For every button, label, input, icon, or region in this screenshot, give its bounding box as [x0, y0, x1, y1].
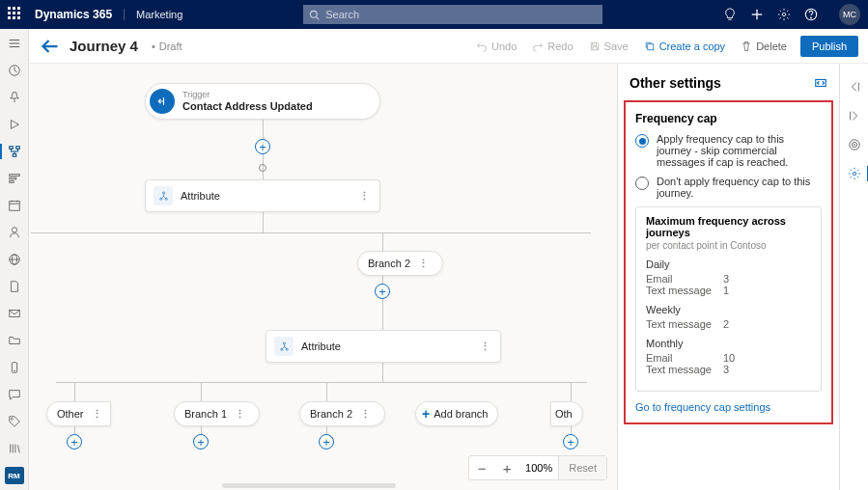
zoom-control: − + 100% Reset — [468, 455, 607, 480]
nav-calendar-icon[interactable] — [6, 197, 23, 214]
gear-icon[interactable] — [777, 8, 791, 21]
freq-row: Email3 — [646, 273, 811, 285]
attribute-node[interactable]: Attribute ⋮ — [266, 330, 501, 363]
branch-icon — [274, 337, 294, 356]
product-name: Dynamics 365 — [35, 8, 112, 21]
expand-panel-icon[interactable] — [814, 76, 827, 90]
search-input[interactable] — [325, 9, 597, 20]
global-search[interactable] — [303, 5, 602, 24]
svg-rect-15 — [15, 147, 19, 150]
radio-skip-cap[interactable]: Don't apply frequency cap to this journe… — [635, 176, 822, 199]
nav-segment-icon[interactable] — [6, 170, 23, 187]
branch-node[interactable]: Branch 2⋮ — [299, 401, 385, 426]
node-more-icon[interactable]: ⋮ — [470, 340, 500, 353]
svg-rect-17 — [9, 175, 19, 177]
freq-settings-link[interactable]: Go to frequency cap settings — [635, 401, 822, 413]
rail-target-icon[interactable] — [847, 137, 862, 152]
trigger-node[interactable]: Trigger Contact Address Updated — [145, 83, 380, 120]
nav-recent-icon[interactable] — [6, 62, 23, 79]
svg-rect-18 — [9, 177, 15, 179]
page-title: Journey 4 — [70, 38, 138, 54]
search-icon — [309, 10, 320, 20]
freq-row: Text message1 — [646, 285, 811, 296]
nav-mobile-icon[interactable] — [6, 359, 23, 376]
branch-other-node[interactable]: Other⋮ — [46, 401, 111, 426]
svg-rect-16 — [13, 154, 16, 157]
rail-settings-icon[interactable] — [847, 166, 862, 181]
nav-pin-icon[interactable] — [6, 89, 23, 106]
add-step-button[interactable]: + — [193, 434, 209, 449]
publish-button[interactable]: Publish — [800, 36, 858, 57]
redo-button[interactable]: Redo — [526, 37, 578, 56]
zoom-level: 100% — [519, 462, 558, 474]
nav-library-icon[interactable] — [6, 440, 23, 457]
nav-chat-icon[interactable] — [6, 386, 23, 403]
nav-area-badge[interactable]: RM — [5, 467, 24, 484]
nav-journey-icon[interactable] — [6, 143, 23, 160]
add-step-button[interactable]: + — [255, 139, 270, 154]
freq-row: Text message2 — [646, 318, 811, 330]
nav-hamburger-icon[interactable] — [6, 35, 23, 52]
back-button[interactable] — [39, 35, 62, 58]
branch-icon — [154, 186, 173, 205]
node-more-icon[interactable]: ⋮ — [350, 190, 379, 203]
panel-title: Other settings — [630, 75, 721, 91]
nav-mail-icon[interactable] — [6, 305, 23, 322]
zoom-in-button[interactable]: + — [494, 456, 519, 479]
delete-button[interactable]: Delete — [735, 37, 793, 56]
add-branch-button[interactable]: +Add branch — [415, 401, 498, 426]
user-avatar[interactable]: MC — [839, 4, 860, 25]
zoom-out-button[interactable]: − — [469, 456, 494, 479]
svg-point-24 — [12, 228, 16, 232]
trigger-icon — [150, 89, 175, 114]
branch-other-node-clipped[interactable]: Oth — [550, 401, 583, 426]
help-icon[interactable] — [804, 8, 818, 21]
freq-subtitle: per contact point in Contoso — [646, 240, 811, 251]
svg-point-52 — [853, 172, 856, 176]
freq-monthly-label: Monthly — [646, 338, 811, 349]
svg-point-51 — [854, 145, 854, 146]
nav-play-icon[interactable] — [6, 116, 23, 133]
svg-rect-19 — [9, 181, 13, 183]
plus-icon: + — [422, 406, 430, 422]
radio-apply-cap[interactable]: Apply frequency cap to this journey - sk… — [635, 133, 822, 168]
node-more-icon[interactable]: ⋮ — [410, 258, 433, 270]
branch-node[interactable]: Branch 2 ⋮ — [357, 251, 443, 276]
rail-expand-icon[interactable] — [847, 79, 862, 95]
journey-canvas[interactable]: Trigger Contact Address Updated + Attrib… — [29, 64, 617, 490]
frequency-summary: Maximum frequency across journeys per co… — [635, 206, 822, 392]
svg-marker-13 — [11, 121, 18, 129]
zoom-reset-button[interactable]: Reset — [558, 456, 606, 479]
add-step-button[interactable]: + — [563, 434, 578, 449]
svg-line-35 — [17, 446, 19, 453]
node-more-icon[interactable]: ⋮ — [227, 408, 249, 421]
rail-collapse-icon[interactable] — [847, 108, 862, 123]
frequency-cap-section: Frequency cap Apply frequency cap to thi… — [624, 100, 833, 424]
add-icon[interactable] — [750, 8, 764, 21]
nav-globe-icon[interactable] — [6, 251, 23, 268]
add-step-button[interactable]: + — [319, 434, 334, 449]
svg-point-5 — [782, 13, 786, 16]
node-more-icon[interactable]: ⋮ — [84, 408, 106, 421]
add-step-button[interactable]: + — [375, 284, 390, 299]
add-step-button[interactable]: + — [67, 434, 82, 449]
module-name[interactable]: Marketing — [124, 9, 182, 20]
undo-button[interactable]: Undo — [470, 37, 522, 56]
section-title: Frequency cap — [635, 112, 822, 125]
radio-icon — [635, 134, 649, 148]
create-copy-button[interactable]: Create a copy — [638, 37, 731, 56]
node-more-icon[interactable]: ⋮ — [352, 408, 375, 421]
nav-page-icon[interactable] — [6, 278, 23, 295]
branch-node[interactable]: Branch 1⋮ — [174, 401, 260, 426]
svg-point-0 — [311, 11, 318, 17]
attribute-node[interactable]: Attribute ⋮ — [145, 179, 380, 212]
svg-rect-14 — [9, 147, 13, 150]
nav-contact-icon[interactable] — [6, 224, 23, 241]
nav-folder-icon[interactable] — [6, 332, 23, 349]
lightbulb-icon[interactable] — [723, 8, 737, 21]
app-launcher-icon[interactable] — [8, 7, 23, 22]
horizontal-scrollbar[interactable] — [222, 483, 396, 488]
save-button[interactable]: Save — [583, 37, 634, 56]
connector-node — [259, 164, 266, 172]
nav-tag-icon[interactable] — [6, 413, 23, 430]
